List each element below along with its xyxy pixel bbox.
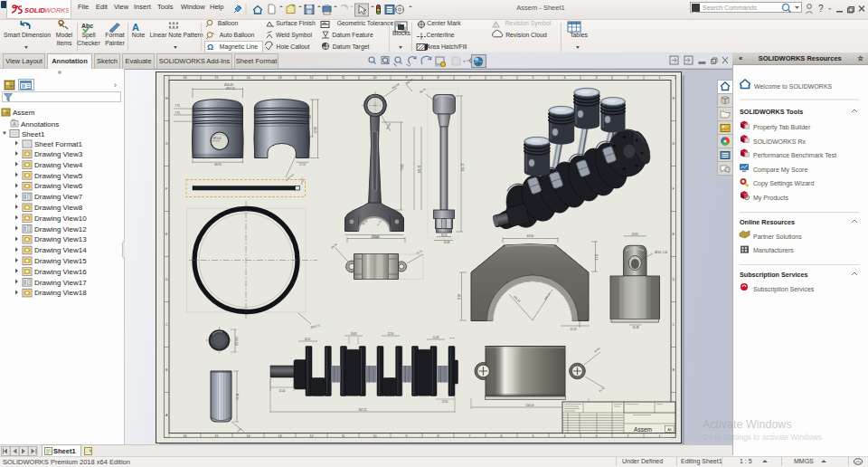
svg-text:11.09: 11.09 xyxy=(433,336,439,339)
svg-text:12: 12 xyxy=(310,434,314,438)
svg-text:16.48: 16.48 xyxy=(633,326,639,329)
svg-text:21.44: 21.44 xyxy=(279,389,286,393)
svg-text:?: ? xyxy=(818,4,824,14)
svg-text:11: 11 xyxy=(342,434,345,438)
svg-text:68.76: 68.76 xyxy=(214,163,222,167)
svg-text:22.23: 22.23 xyxy=(571,328,577,331)
svg-text:G: G xyxy=(165,142,168,146)
svg-text:Partner Solutions: Partner Solutions xyxy=(753,234,802,240)
svg-text:H: H xyxy=(672,97,675,100)
svg-text:H: H xyxy=(165,97,168,100)
svg-text:14: 14 xyxy=(247,76,250,80)
svg-text:1: 1 xyxy=(495,23,497,28)
svg-text:7.70: 7.70 xyxy=(175,104,180,108)
svg-text:Assem: Assem xyxy=(13,109,35,117)
svg-text:6: 6 xyxy=(501,76,503,80)
svg-text:G: G xyxy=(672,142,675,146)
svg-text:Ø21.04: Ø21.04 xyxy=(235,337,239,345)
svg-text:A: A xyxy=(13,121,16,127)
svg-text:13.63: 13.63 xyxy=(632,233,638,236)
svg-text:Online Resources: Online Resources xyxy=(740,218,795,226)
svg-text:15: 15 xyxy=(215,76,219,80)
svg-text:4: 4 xyxy=(564,434,566,438)
svg-text:12.08: 12.08 xyxy=(314,127,317,133)
svg-text:12: 12 xyxy=(310,76,314,80)
svg-text:16.50: 16.50 xyxy=(305,338,311,341)
svg-text:C: C xyxy=(672,323,675,327)
svg-text:Drawing View3: Drawing View3 xyxy=(34,150,83,158)
svg-text:31.11: 31.11 xyxy=(595,253,599,260)
svg-text:Drawing View10: Drawing View10 xyxy=(34,214,87,223)
svg-text:5: 5 xyxy=(533,434,534,438)
svg-text:7.08: 7.08 xyxy=(308,115,312,120)
svg-text:161.73: 161.73 xyxy=(461,163,465,171)
svg-text:13: 13 xyxy=(278,76,282,80)
svg-text:Drawing View6: Drawing View6 xyxy=(34,182,83,190)
svg-text:D: D xyxy=(672,278,675,281)
svg-text:7.70: 7.70 xyxy=(175,111,180,115)
svg-text:12.30: 12.30 xyxy=(442,400,448,404)
svg-text:8: 8 xyxy=(438,434,439,438)
svg-text:8: 8 xyxy=(438,76,439,80)
svg-text:2: 2 xyxy=(627,76,629,80)
svg-text:2.08: 2.08 xyxy=(450,337,455,339)
svg-text:63.50: 63.50 xyxy=(527,234,534,238)
svg-text:Drawing View15: Drawing View15 xyxy=(34,257,87,265)
svg-text:Drawing View7: Drawing View7 xyxy=(34,193,83,201)
svg-text:Subscription Services: Subscription Services xyxy=(753,286,815,293)
svg-text:Ø8.34 ↓1.04: Ø8.34 ↓1.04 xyxy=(655,251,668,254)
svg-text:Drawing View17: Drawing View17 xyxy=(34,279,87,287)
svg-text:My Products: My Products xyxy=(753,195,788,202)
svg-text:5: 5 xyxy=(533,76,534,80)
svg-text:Drawing View12: Drawing View12 xyxy=(34,225,87,234)
svg-text:2: 2 xyxy=(627,434,629,438)
svg-text:8.18: 8.18 xyxy=(458,294,461,300)
svg-text:9: 9 xyxy=(406,434,408,438)
svg-text:73.03: 73.03 xyxy=(401,164,404,171)
svg-text:1: 1 xyxy=(659,76,661,80)
svg-text:C: C xyxy=(165,323,168,327)
svg-text:Drawing View8: Drawing View8 xyxy=(34,204,83,212)
svg-text:SOLID: SOLID xyxy=(24,5,46,14)
svg-text:Ω: Ω xyxy=(207,43,213,52)
svg-text:Sheet1: Sheet1 xyxy=(22,130,45,138)
svg-text:Performance Benchmark Test: Performance Benchmark Test xyxy=(753,152,836,158)
svg-text:A3: A3 xyxy=(667,428,671,432)
svg-text:Drawing View14: Drawing View14 xyxy=(34,246,87,254)
svg-text:Ø21.04: Ø21.04 xyxy=(212,137,222,140)
svg-text:15: 15 xyxy=(215,434,219,438)
svg-text:Subscription Services: Subscription Services xyxy=(740,271,808,279)
svg-text:Sheet Format1: Sheet Format1 xyxy=(34,140,82,148)
svg-text:Welcome to SOLIDWORKS: Welcome to SOLIDWORKS xyxy=(754,83,833,90)
svg-text:7: 7 xyxy=(469,434,471,438)
svg-text:Drawing View4: Drawing View4 xyxy=(34,161,83,169)
svg-text:1: 1 xyxy=(659,434,661,438)
svg-text:Ø57.20: Ø57.20 xyxy=(226,87,235,91)
svg-text:Drawing View16: Drawing View16 xyxy=(34,268,87,276)
svg-text:3: 3 xyxy=(596,76,598,80)
svg-text:D: D xyxy=(165,278,168,281)
svg-text:12.30: 12.30 xyxy=(388,332,394,336)
svg-text:16: 16 xyxy=(184,434,187,438)
svg-text:Assem: Assem xyxy=(634,426,652,433)
svg-text:16.48: 16.48 xyxy=(444,241,450,244)
svg-text:104.14: 104.14 xyxy=(526,404,534,407)
svg-text:3: 3 xyxy=(596,434,598,438)
svg-text:71.44: 71.44 xyxy=(373,235,380,239)
svg-text:10: 10 xyxy=(373,434,377,438)
svg-text:13.63: 13.63 xyxy=(351,332,357,336)
svg-text:Property Tab Builder: Property Tab Builder xyxy=(753,124,811,131)
svg-text:9: 9 xyxy=(406,76,408,80)
svg-text:13: 13 xyxy=(278,434,282,438)
svg-text:7: 7 xyxy=(469,76,471,80)
svg-text:11: 11 xyxy=(342,76,345,80)
svg-text:14: 14 xyxy=(247,434,250,438)
svg-text:Drawing View18: Drawing View18 xyxy=(34,289,87,297)
svg-text:WORKS: WORKS xyxy=(44,5,69,14)
svg-text:Compare My Score: Compare My Score xyxy=(753,167,807,174)
svg-text:Drawing View5: Drawing View5 xyxy=(34,172,83,180)
svg-text:Manufacturers: Manufacturers xyxy=(753,247,794,253)
svg-text:10: 10 xyxy=(373,76,377,80)
svg-text:Drawing View13: Drawing View13 xyxy=(34,235,87,243)
svg-text:SOLIDWORKS Tools: SOLIDWORKS Tools xyxy=(740,108,803,116)
